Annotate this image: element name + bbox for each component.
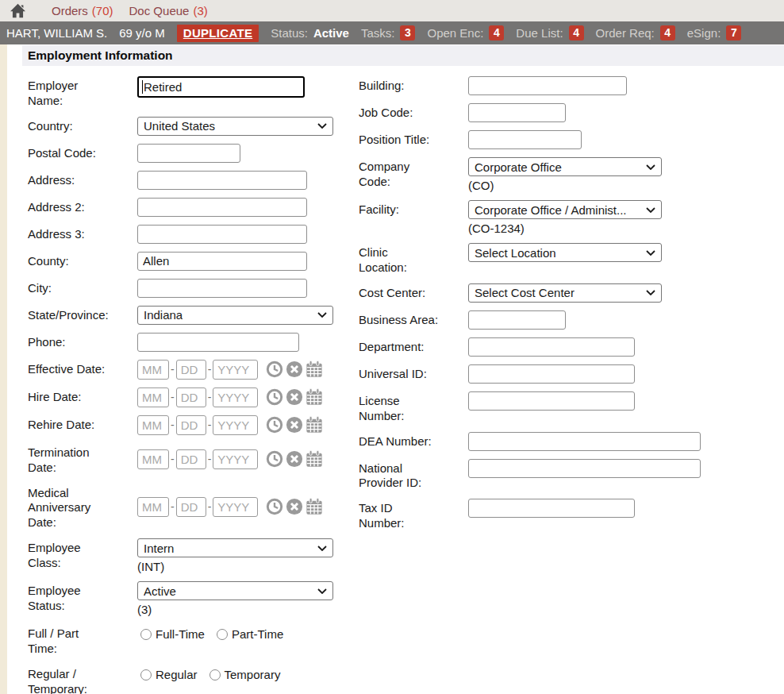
- hire-date-row: Hire Date: - -: [28, 387, 359, 407]
- hire-date-dd-input[interactable]: [176, 387, 206, 407]
- job-code-input[interactable]: [468, 103, 566, 122]
- section-title-band: Employment Information: [22, 45, 784, 66]
- termination-date-mm-input[interactable]: [137, 449, 169, 469]
- due-list-count-badge[interactable]: 4: [569, 25, 584, 40]
- universal-id-row: Universal ID:: [359, 364, 784, 384]
- clock-icon[interactable]: [266, 360, 283, 378]
- department-input[interactable]: [468, 337, 635, 357]
- national-provider-id-input[interactable]: [468, 459, 701, 478]
- hire-date-mm-input[interactable]: [137, 387, 169, 407]
- clock-icon[interactable]: [266, 388, 283, 406]
- effective-date-yyyy-input[interactable]: [213, 360, 258, 380]
- termination-date-yyyy-input[interactable]: [213, 449, 258, 469]
- medical-anniversary-dd-input[interactable]: [176, 497, 206, 517]
- part-time-radio[interactable]: [217, 629, 228, 640]
- open-enc-count-badge[interactable]: 4: [489, 25, 504, 40]
- chevron-down-icon: [646, 250, 655, 256]
- calendar-icon[interactable]: [306, 360, 323, 378]
- open-enc-group: Open Enc: 4: [427, 25, 504, 40]
- rehire-date-yyyy-input[interactable]: [213, 415, 258, 435]
- clock-icon[interactable]: [266, 416, 283, 434]
- effective-date-dd-input[interactable]: [176, 360, 206, 380]
- city-row: City:: [28, 279, 359, 298]
- country-select[interactable]: United States: [137, 117, 333, 136]
- effective-date-label: Effective Date:: [28, 360, 125, 380]
- hire-date-label: Hire Date:: [28, 387, 125, 407]
- hire-date-yyyy-input[interactable]: [213, 387, 258, 407]
- address-label: Address:: [28, 171, 125, 190]
- license-number-row: License Number:: [359, 391, 784, 424]
- facility-row: Facility: Corporate Office / Administ...…: [359, 200, 784, 235]
- esign-count-badge[interactable]: 7: [726, 25, 741, 40]
- temporary-radio[interactable]: [209, 669, 221, 681]
- address2-input[interactable]: [137, 198, 307, 217]
- tasks-count-badge[interactable]: 3: [400, 25, 415, 40]
- dea-number-input[interactable]: [468, 432, 701, 451]
- clear-icon[interactable]: [286, 416, 303, 434]
- universal-id-input[interactable]: [468, 364, 635, 384]
- regular-temporary-row: Regular / Temporary: Regular Temporary: [28, 665, 359, 694]
- medical-anniversary-mm-input[interactable]: [137, 497, 169, 517]
- calendar-icon[interactable]: [306, 416, 323, 434]
- employee-class-select[interactable]: Intern: [137, 538, 333, 557]
- postal-code-input[interactable]: [137, 144, 240, 163]
- address3-input[interactable]: [137, 225, 307, 244]
- clock-icon[interactable]: [266, 498, 283, 515]
- clear-icon[interactable]: [286, 388, 303, 406]
- facility-select[interactable]: Corporate Office / Administ...: [468, 200, 662, 219]
- nav-docqueue-link[interactable]: Doc Queue (3): [129, 4, 208, 17]
- department-row: Department:: [359, 337, 784, 357]
- medical-anniversary-date-row: Medical Anniversary Date: - -: [28, 484, 359, 531]
- license-number-input[interactable]: [468, 391, 635, 411]
- cost-center-select[interactable]: Select Cost Center: [468, 283, 662, 303]
- home-button[interactable]: [10, 3, 26, 18]
- medical-anniversary-date-field: - -: [137, 484, 359, 531]
- calendar-icon[interactable]: [306, 388, 323, 406]
- clinic-location-select[interactable]: Select Location: [468, 243, 662, 262]
- state-select[interactable]: Indiana: [137, 306, 333, 325]
- employer-name-input[interactable]: [137, 76, 305, 98]
- calendar-icon[interactable]: [306, 450, 323, 468]
- order-req-count-badge[interactable]: 4: [660, 25, 675, 40]
- medical-anniversary-date-label: Medical Anniversary Date:: [28, 484, 125, 531]
- employee-status-select[interactable]: Active: [137, 581, 333, 600]
- country-label: Country:: [28, 117, 125, 136]
- county-input[interactable]: [137, 252, 307, 271]
- order-req-group: Order Req: 4: [596, 25, 675, 40]
- termination-date-dd-input[interactable]: [176, 449, 206, 469]
- calendar-icon[interactable]: [306, 498, 323, 515]
- clear-icon[interactable]: [286, 450, 303, 468]
- regular-radio[interactable]: [140, 669, 152, 681]
- rehire-date-mm-input[interactable]: [137, 415, 169, 435]
- building-input[interactable]: [468, 76, 627, 95]
- regular-radio-label: Regular: [156, 668, 198, 681]
- phone-label: Phone:: [28, 333, 125, 352]
- address-input[interactable]: [137, 171, 307, 190]
- clock-icon[interactable]: [266, 450, 283, 468]
- county-label: County:: [28, 252, 125, 271]
- cost-center-row: Cost Center: Select Cost Center: [359, 283, 784, 303]
- full-time-radio[interactable]: [140, 629, 152, 640]
- business-area-input[interactable]: [468, 310, 566, 330]
- address3-row: Address 3:: [28, 225, 359, 244]
- position-title-input[interactable]: [468, 130, 582, 149]
- rehire-date-dd-input[interactable]: [176, 415, 206, 435]
- employment-form: Employer Name: Country: United States Po…: [0, 76, 784, 694]
- tax-id-input[interactable]: [468, 499, 635, 518]
- company-code-select[interactable]: Corporate Office: [468, 157, 662, 176]
- city-input[interactable]: [137, 279, 307, 298]
- duplicate-badge[interactable]: DUPLICATE: [177, 25, 259, 42]
- clear-icon[interactable]: [286, 498, 303, 515]
- address-row: Address:: [28, 171, 359, 190]
- temporary-radio-label: Temporary: [225, 668, 281, 681]
- dea-number-label: DEA Number:: [359, 432, 455, 451]
- medical-anniversary-yyyy-input[interactable]: [213, 497, 258, 517]
- nav-orders-link[interactable]: Orders (70): [52, 4, 113, 17]
- clinic-location-label: Clinic Location:: [359, 243, 455, 276]
- clear-icon[interactable]: [286, 360, 303, 378]
- phone-input[interactable]: [137, 333, 299, 352]
- company-code-code: (CO): [468, 179, 784, 192]
- phone-row: Phone:: [28, 333, 359, 352]
- company-code-row: Company Code: Corporate Office (CO): [359, 157, 784, 192]
- effective-date-mm-input[interactable]: [137, 360, 169, 380]
